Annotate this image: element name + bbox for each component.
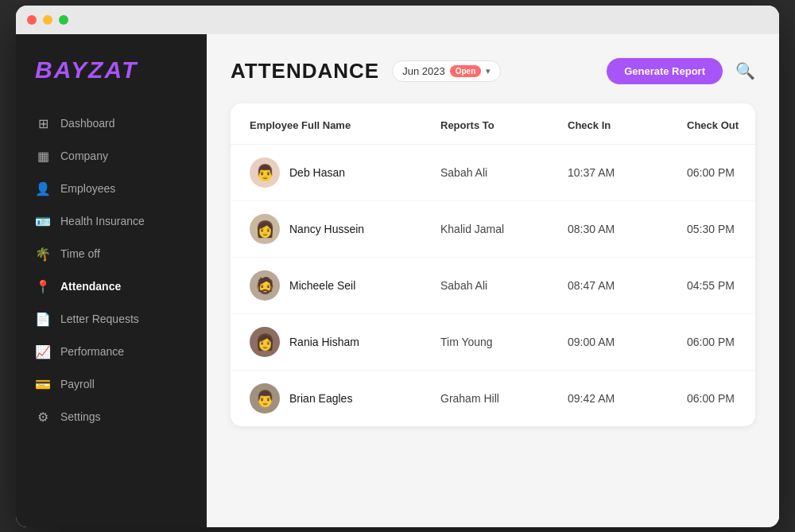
settings-icon: ⚙ (35, 410, 51, 425)
status-badge: Open (450, 65, 482, 77)
sidebar-item-attendance[interactable]: 📍Attendance (16, 270, 207, 303)
employee-cell: 👩Rania Hisham (250, 327, 440, 357)
avatar: 👨 (250, 157, 280, 188)
avatar: 👩 (250, 327, 280, 357)
dashboard-icon: ⊞ (35, 116, 51, 131)
check-in-cell: 09:42 AM (568, 392, 687, 405)
sidebar-item-label: Dashboard (60, 117, 115, 130)
sidebar-item-label: Company (60, 150, 108, 162)
reports-to-cell: Sabah Ali (440, 166, 568, 179)
check-in-cell: 09:00 AM (568, 336, 687, 348)
attendance-table: Employee Full NameReports ToCheck InChec… (231, 103, 755, 426)
col-header-check_in: Check In (568, 119, 687, 131)
employees-icon: 👤 (35, 181, 51, 196)
chevron-down-icon: ▾ (486, 66, 491, 76)
reports-to-cell: Sabah Ali (440, 279, 568, 292)
minimize-dot[interactable] (43, 15, 52, 25)
employee-name: Rania Hisham (289, 336, 359, 348)
letter-requests-icon: 📄 (35, 312, 51, 327)
table-row: 👨Deb HasanSabah Ali10:37 AM06:00 PM07:23 (231, 145, 755, 201)
sidebar-item-label: Time off (60, 247, 100, 260)
employee-cell: 👨Brian Eagles (250, 383, 440, 414)
titlebar (16, 6, 779, 34)
main-content: ATTENDANCE Jun 2023 Open ▾ Generate Repo… (207, 34, 779, 527)
avatar: 🧔 (250, 270, 280, 301)
reports-to-cell: Khalid Jamal (440, 223, 568, 235)
check-out-cell: 06:00 PM (687, 392, 755, 405)
top-bar: ATTENDANCE Jun 2023 Open ▾ Generate Repo… (231, 58, 755, 84)
table-row: 👩Rania HishamTim Young09:00 AM06:00 PM09… (231, 314, 755, 371)
sidebar-item-letter-requests[interactable]: 📄Letter Requests (16, 303, 207, 336)
date-label: Jun 2023 (402, 65, 445, 77)
employee-name: Brian Eagles (289, 392, 352, 405)
table-body: 👨Deb HasanSabah Ali10:37 AM06:00 PM07:23… (231, 145, 755, 426)
time-off-icon: 🌴 (35, 247, 51, 262)
search-button[interactable]: 🔍 (735, 61, 755, 80)
sidebar-item-label: Letter Requests (60, 313, 139, 325)
payroll-icon: 💳 (35, 377, 51, 392)
company-icon: ▦ (35, 149, 51, 164)
check-in-cell: 08:47 AM (568, 279, 687, 292)
employee-name: Micheele Seil (289, 279, 355, 292)
generate-report-button[interactable]: Generate Report (607, 58, 723, 84)
logo: BAYZAT (16, 56, 207, 107)
check-out-cell: 04:55 PM (687, 279, 755, 292)
table-row: 👨Brian EaglesGraham Hill09:42 AM06:00 PM… (231, 371, 755, 426)
sidebar-item-settings[interactable]: ⚙Settings (16, 401, 207, 433)
table-row: 👩Nancy HusseinKhalid Jamal08:30 AM05:30 … (231, 201, 755, 258)
sidebar-item-health-insurance[interactable]: 🪪Health Insurance (16, 205, 207, 238)
col-header-check_out: Check Out (687, 119, 755, 131)
health-insurance-icon: 🪪 (35, 214, 51, 229)
employee-name: Nancy Hussein (289, 223, 364, 235)
attendance-icon: 📍 (35, 279, 51, 294)
sidebar-item-performance[interactable]: 📈Performance (16, 336, 207, 368)
sidebar-item-payroll[interactable]: 💳Payroll (16, 368, 207, 401)
sidebar-item-time-off[interactable]: 🌴Time off (16, 238, 207, 270)
app-window: BAYZAT ⊞Dashboard▦Company👤Employees🪪Heal… (16, 6, 779, 527)
check-in-cell: 10:37 AM (568, 166, 687, 179)
reports-to-cell: Tim Young (440, 336, 568, 348)
check-out-cell: 05:30 PM (687, 223, 755, 235)
check-out-cell: 06:00 PM (687, 166, 755, 179)
sidebar-item-label: Employees (60, 182, 115, 195)
avatar: 👩 (250, 214, 280, 244)
avatar: 👨 (250, 383, 280, 414)
app-layout: BAYZAT ⊞Dashboard▦Company👤Employees🪪Heal… (16, 34, 779, 527)
check-out-cell: 06:00 PM (687, 336, 755, 348)
sidebar-item-dashboard[interactable]: ⊞Dashboard (16, 107, 207, 140)
sidebar-item-label: Settings (60, 410, 101, 423)
page-title: ATTENDANCE (231, 59, 379, 83)
employee-cell: 👩Nancy Hussein (250, 214, 440, 244)
check-in-cell: 08:30 AM (568, 223, 687, 235)
col-header-name: Employee Full Name (250, 119, 440, 131)
nav: ⊞Dashboard▦Company👤Employees🪪Health Insu… (16, 107, 207, 433)
sidebar-item-company[interactable]: ▦Company (16, 140, 207, 173)
table-header: Employee Full NameReports ToCheck InChec… (231, 103, 755, 145)
close-dot[interactable] (27, 15, 37, 25)
performance-icon: 📈 (35, 344, 51, 359)
col-header-reports_to: Reports To (440, 119, 568, 131)
employee-cell: 🧔Micheele Seil (250, 270, 440, 301)
sidebar-item-label: Performance (60, 345, 124, 358)
reports-to-cell: Graham Hill (440, 392, 568, 405)
employee-cell: 👨Deb Hasan (250, 157, 440, 188)
search-icon: 🔍 (735, 62, 755, 80)
sidebar-item-label: Payroll (60, 378, 95, 390)
employee-name: Deb Hasan (289, 166, 345, 179)
sidebar-item-employees[interactable]: 👤Employees (16, 173, 207, 205)
sidebar-item-label: Health Insurance (60, 215, 145, 227)
sidebar: BAYZAT ⊞Dashboard▦Company👤Employees🪪Heal… (16, 34, 207, 527)
date-filter[interactable]: Jun 2023 Open ▾ (392, 60, 501, 82)
maximize-dot[interactable] (59, 15, 68, 25)
sidebar-item-label: Attendance (60, 280, 121, 293)
table-row: 🧔Micheele SeilSabah Ali08:47 AM04:55 PM0… (231, 258, 755, 314)
